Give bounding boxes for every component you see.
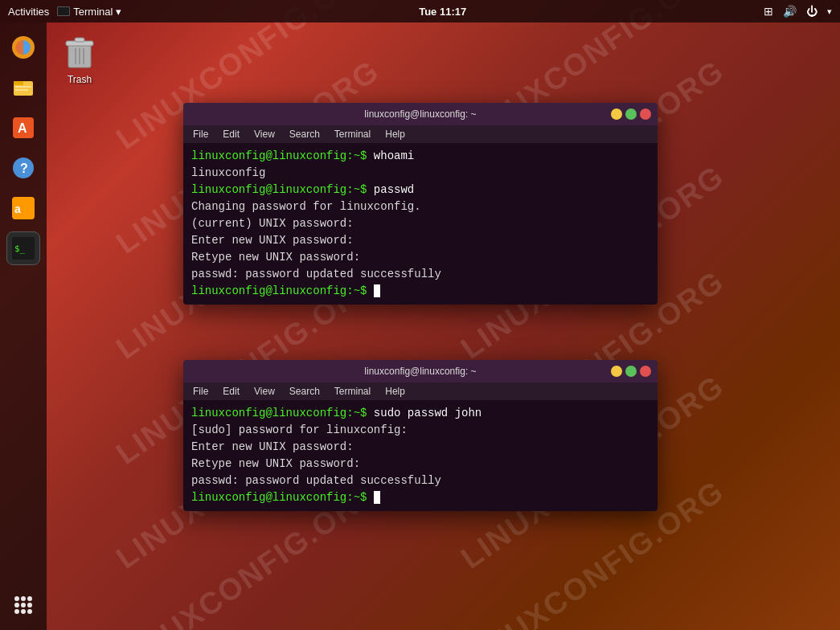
dock-icon-amazon[interactable]: a — [6, 191, 40, 225]
terminal-2-menu-file[interactable]: File — [186, 384, 215, 399]
terminal-1-close[interactable] — [640, 108, 651, 120]
terminal-1-titlebar: linuxconfig@linuxconfig: ~ — [183, 103, 658, 125]
terminal-window-2: linuxconfig@linuxconfig: ~ File Edit Vie… — [183, 360, 658, 511]
dock-icon-terminal[interactable]: $_ — [6, 231, 40, 265]
watermark: LINUXCONFIG.ORG LINUXCONFIG.ORG LINUXCON… — [0, 0, 840, 630]
terminal-2-titlebar: linuxconfig@linuxconfig: ~ — [183, 360, 658, 382]
terminal-1-window-buttons — [611, 108, 651, 120]
terminal-1-line-4: Changing password for linuxconfig. — [191, 198, 649, 215]
svg-point-20 — [14, 609, 19, 614]
terminal-2-line-6: linuxconfig@linuxconfig:~$ — [191, 489, 649, 506]
svg-rect-5 — [15, 89, 28, 91]
power-icon[interactable]: ⏻ — [806, 5, 817, 18]
activities-button[interactable]: Activities — [8, 6, 49, 18]
terminal-2-menu-view[interactable]: View — [248, 384, 281, 399]
dock-icon-apps[interactable] — [6, 588, 40, 622]
terminal-1-menubar: File Edit View Search Terminal Help — [183, 125, 658, 143]
terminal-2-menu-edit[interactable]: Edit — [216, 384, 246, 399]
dock: A ? a $_ — [0, 22, 47, 630]
terminal-2-minimize[interactable] — [611, 366, 622, 377]
svg-point-21 — [21, 609, 26, 614]
svg-point-15 — [21, 596, 26, 601]
terminal-dropdown-arrow: ▾ — [116, 6, 121, 18]
terminal-window-1: linuxconfig@linuxconfig: ~ File Edit Vie… — [183, 103, 658, 305]
topbar-right: ⊞ 🔊 ⏻ ▾ — [764, 5, 832, 18]
terminal-1-menu-terminal[interactable]: Terminal — [328, 127, 377, 141]
dock-icon-software[interactable]: A — [6, 111, 40, 145]
svg-point-14 — [14, 596, 19, 601]
terminal-1-menu-search[interactable]: Search — [283, 127, 326, 141]
terminal-2-menu-help[interactable]: Help — [379, 384, 412, 399]
terminal-1-line-8: passwd: password updated successfully — [191, 266, 649, 283]
terminal-1-line-7: Retype new UNIX password: — [191, 249, 649, 266]
svg-point-19 — [27, 603, 32, 608]
terminal-1-menu-file[interactable]: File — [186, 127, 215, 141]
svg-point-18 — [21, 603, 26, 608]
terminal-1-body[interactable]: linuxconfig@linuxconfig:~$ whoami linuxc… — [183, 143, 658, 305]
terminal-2-menu-terminal[interactable]: Terminal — [328, 384, 377, 399]
terminal-1-line-2: linuxconfig — [191, 165, 649, 182]
topbar-left: Activities Terminal ▾ — [8, 6, 121, 18]
svg-point-17 — [14, 603, 19, 608]
terminal-2-menubar: File Edit View Search Terminal Help — [183, 382, 658, 400]
terminal-1-line-6: Enter new UNIX password: — [191, 232, 649, 249]
terminal-1-title: linuxconfig@linuxconfig: ~ — [364, 108, 476, 120]
terminal-app-icon — [57, 6, 70, 16]
terminal-1-minimize[interactable] — [611, 108, 622, 120]
svg-text:a: a — [14, 202, 21, 215]
svg-text:$_: $_ — [14, 243, 26, 254]
dock-icon-help[interactable]: ? — [6, 151, 40, 185]
terminal-2-line-5: passwd: password updated successfully — [191, 472, 649, 489]
network-icon[interactable]: ⊞ — [764, 5, 773, 18]
terminal-2-line-1: linuxconfig@linuxconfig:~$ sudo passwd j… — [191, 405, 649, 422]
svg-text:?: ? — [20, 162, 28, 175]
terminal-2-maximize[interactable] — [625, 366, 637, 377]
terminal-2-line-2: [sudo] password for linuxconfig: — [191, 422, 649, 439]
topbar-terminal-app[interactable]: Terminal ▾ — [57, 6, 121, 18]
sound-icon[interactable]: 🔊 — [783, 5, 797, 18]
terminal-app-label: Terminal — [73, 6, 113, 18]
terminal-2-close[interactable] — [640, 366, 651, 377]
trash-label: Trash — [68, 74, 92, 85]
topbar-arrow: ▾ — [827, 6, 832, 17]
terminal-2-line-3: Enter new UNIX password: — [191, 439, 649, 456]
svg-rect-3 — [14, 81, 23, 85]
topbar: Activities Terminal ▾ Tue 11:17 ⊞ 🔊 ⏻ ▾ — [0, 0, 840, 22]
dock-icon-firefox[interactable] — [6, 31, 40, 64]
terminal-1-line-9: linuxconfig@linuxconfig:~$ — [191, 283, 649, 300]
terminal-1-line-1: linuxconfig@linuxconfig:~$ whoami — [191, 148, 649, 165]
svg-point-22 — [27, 609, 32, 614]
svg-point-16 — [27, 596, 32, 601]
dock-icon-files[interactable] — [6, 71, 40, 104]
terminal-2-body[interactable]: linuxconfig@linuxconfig:~$ sudo passwd j… — [183, 400, 658, 511]
terminal-1-menu-help[interactable]: Help — [379, 127, 412, 141]
terminal-2-window-buttons — [611, 366, 651, 377]
terminal-1-maximize[interactable] — [625, 108, 637, 120]
terminal-2-menu-search[interactable]: Search — [283, 384, 326, 399]
svg-text:A: A — [18, 121, 27, 135]
desktop-trash-icon[interactable]: Trash — [60, 32, 99, 85]
terminal-1-menu-view[interactable]: View — [248, 127, 281, 141]
trash-icon — [60, 32, 99, 71]
terminal-2-line-4: Retype new UNIX password: — [191, 456, 649, 472]
svg-rect-25 — [75, 38, 84, 42]
terminal-1-line-3: linuxconfig@linuxconfig:~$ passwd — [191, 182, 649, 198]
svg-rect-4 — [15, 86, 31, 88]
terminal-1-line-5: (current) UNIX password: — [191, 215, 649, 232]
terminal-1-menu-edit[interactable]: Edit — [216, 127, 246, 141]
terminal-2-title: linuxconfig@linuxconfig: ~ — [364, 366, 476, 377]
topbar-clock: Tue 11:17 — [419, 6, 466, 18]
